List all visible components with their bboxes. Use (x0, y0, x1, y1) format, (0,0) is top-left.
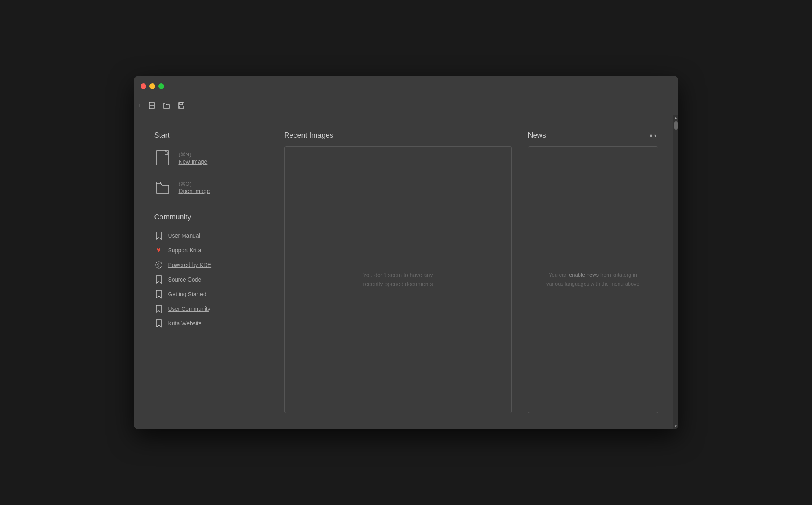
new-file-icon (155, 150, 171, 167)
scrollbar-thumb[interactable] (674, 121, 678, 130)
start-section: Start (⌘N) New Image (154, 131, 268, 197)
start-section-title: Start (154, 131, 268, 140)
bookmark-icon (155, 231, 162, 240)
scrollbar[interactable]: ▲ ▼ (673, 115, 678, 429)
getting-started-icon (154, 290, 163, 299)
svg-rect-3 (179, 106, 183, 108)
user-community-link[interactable]: User Community (168, 306, 210, 312)
svg-rect-4 (157, 150, 168, 165)
news-title: News (528, 131, 546, 140)
new-image-info: (⌘N) New Image (179, 152, 208, 165)
bookmark-icon-3 (155, 290, 162, 299)
getting-started-item[interactable]: Getting Started (154, 290, 268, 299)
open-image-link[interactable]: Open Image (179, 188, 210, 194)
kde-icon (154, 260, 163, 269)
open-folder-icon (155, 179, 171, 197)
support-krita-icon: ♥ (154, 246, 163, 255)
news-menu-button[interactable]: ≡ ▾ (647, 131, 658, 139)
krita-website-link[interactable]: Krita Website (168, 320, 202, 327)
content-area: Start (⌘N) New Image (134, 115, 678, 429)
recent-images-title: Recent Images (284, 131, 512, 140)
recent-images-panel: Recent Images You don't seem to have any… (284, 131, 512, 413)
app-window: ⠿ Star (134, 76, 678, 429)
user-community-item[interactable]: User Community (154, 304, 268, 313)
scroll-up-arrow[interactable]: ▲ (673, 115, 678, 121)
open-image-info: (⌘O) Open Image (179, 181, 210, 194)
bookmark-icon-5 (155, 319, 162, 328)
user-manual-icon (154, 231, 163, 240)
open-image-shortcut: (⌘O) (179, 181, 210, 187)
maximize-button[interactable] (158, 83, 164, 89)
hamburger-icon: ≡ (649, 132, 652, 139)
getting-started-link[interactable]: Getting Started (168, 291, 206, 297)
source-code-icon (154, 275, 163, 284)
minimize-button[interactable] (149, 83, 155, 89)
new-document-button[interactable] (145, 99, 158, 112)
powered-by-kde-link[interactable]: Powered by KDE (168, 262, 212, 268)
recent-images-box: You don't seem to have any recently open… (284, 146, 512, 413)
user-manual-link[interactable]: User Manual (168, 232, 200, 239)
new-image-shortcut: (⌘N) (179, 152, 208, 158)
titlebar (134, 76, 678, 97)
source-code-link[interactable]: Source Code (168, 276, 201, 283)
main-content: Start (⌘N) New Image (134, 115, 678, 429)
heart-icon: ♥ (156, 246, 161, 254)
powered-by-kde-item[interactable]: Powered by KDE (154, 260, 268, 269)
save-doc-icon (177, 102, 185, 110)
support-krita-link[interactable]: Support Krita (168, 247, 201, 254)
svg-line-5 (165, 150, 168, 154)
svg-point-7 (158, 264, 160, 266)
new-image-item[interactable]: (⌘N) New Image (154, 150, 268, 167)
open-document-button[interactable] (160, 99, 173, 112)
left-panel: Start (⌘N) New Image (154, 131, 268, 413)
recent-images-empty-message: You don't seem to have any recently open… (363, 271, 433, 289)
news-header: News ≡ ▾ (528, 131, 658, 140)
open-image-icon (154, 179, 172, 197)
kde-logo-icon (155, 261, 163, 269)
news-box: You can enable news from krita.org invar… (528, 146, 658, 413)
krita-website-icon (154, 319, 163, 328)
community-section-title: Community (154, 213, 268, 221)
community-section: Community User Manual ♥ (154, 213, 268, 328)
toolbar-grip-icon: ⠿ (139, 104, 142, 108)
scroll-down-arrow[interactable]: ▼ (673, 424, 678, 429)
chevron-down-icon: ▾ (654, 133, 656, 138)
open-image-item[interactable]: (⌘O) Open Image (154, 179, 268, 197)
toolbar: ⠿ (134, 97, 678, 115)
support-krita-item[interactable]: ♥ Support Krita (154, 246, 268, 255)
enable-news-link[interactable]: enable news (569, 272, 599, 278)
save-document-button[interactable] (175, 99, 188, 112)
close-button[interactable] (141, 83, 146, 89)
user-community-icon (154, 304, 163, 313)
news-message-part1: You can (549, 272, 569, 278)
bookmark-icon-2 (155, 275, 162, 284)
news-empty-message: You can enable news from krita.org invar… (546, 271, 639, 288)
new-image-link[interactable]: New Image (179, 158, 208, 165)
krita-website-item[interactable]: Krita Website (154, 319, 268, 328)
news-panel: News ≡ ▾ You can enable news from krita.… (528, 131, 658, 413)
bookmark-icon-4 (155, 304, 162, 313)
source-code-item[interactable]: Source Code (154, 275, 268, 284)
new-doc-icon (148, 102, 156, 110)
new-image-icon (154, 150, 172, 167)
user-manual-item[interactable]: User Manual (154, 231, 268, 240)
open-doc-icon (162, 102, 171, 110)
svg-rect-2 (180, 103, 183, 105)
